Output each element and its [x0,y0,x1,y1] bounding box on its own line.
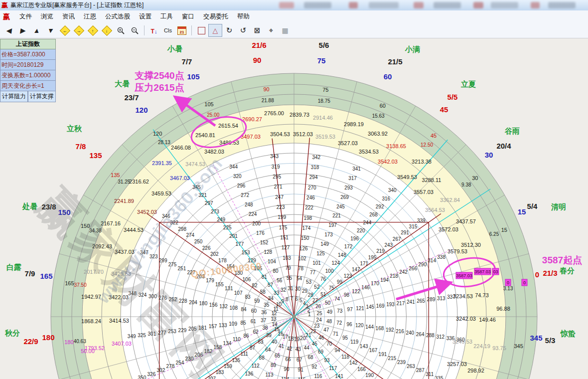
zoom-in-icon[interactable] [114,24,128,37]
wheel-number: 39 [266,333,272,338]
titlebar-blur-item [349,2,358,8]
nav-left-icon[interactable]: ◀ [2,24,16,37]
wheel-outer-label: 23/7 [124,93,139,102]
wheel-number: 102 [298,256,306,261]
limit-arrow-icon[interactable]: T↓ [147,24,161,37]
wheel-number: 193 [386,302,395,307]
wheel-number: 289 [427,297,436,302]
wheel-number: 124 [331,260,340,266]
wheel-outer-label: 105 [187,72,199,81]
triangle-tool-icon[interactable]: △ [208,24,222,37]
wheel-number: 299 [159,258,167,263]
wheel-number: 239 [397,360,406,365]
wheel-number: 296 [237,183,246,189]
rotate-cw-icon[interactable]: ↻ [222,24,236,37]
wheel-number: 170 [371,281,379,286]
nav-right-icon[interactable]: ▶ [16,24,30,37]
wheel-number: 45 [312,341,318,347]
wheel-number: 3407.03 [112,341,132,347]
wheel-number: 3564.53 [425,207,445,213]
wheel-number: 196 [350,236,359,241]
wheel-number: 143 [360,344,368,349]
wheel-number: 249 [217,217,226,222]
wheel-outer-label: 5/3 [545,336,556,345]
menu-item-5[interactable]: 设置 [135,11,156,22]
wheel-number: 79 [286,265,292,271]
wheel-number: 3414.53 [109,318,129,324]
wheel-number: 198 [303,215,312,221]
wheel-number: 88 [259,355,265,361]
nav-down-icon[interactable]: ▼ [44,24,58,37]
square-tool-icon[interactable] [194,24,208,37]
wheel-number: 224.19 [473,343,490,349]
quote-row-1: 时间=20180129 [0,60,56,70]
wheel-number: 36 [261,310,267,315]
calendar-icon[interactable]: 21 [175,24,189,37]
wheel-number: 2540.81 [195,132,215,138]
wheel-number: 97 [347,307,353,312]
quote-row-3: 周天变化步长=1 [0,81,56,91]
wheel-number: 3549.53 [397,174,417,180]
wheel-number: 345 [514,343,523,349]
wheel-number: 94 [334,348,340,353]
wheel-number: 3579.53 [447,248,467,254]
calc-resistance-button[interactable]: 计算阻力 [0,91,28,102]
menu-item-3[interactable]: 江恩 [79,11,101,22]
menu-item-7[interactable]: 窗口 [177,11,199,22]
center-target-icon[interactable]: ⌖ [264,24,278,37]
calc-support-button[interactable]: 计算支撑 [28,91,56,102]
wheel-number: 153 [242,250,250,255]
wheel-number: 312 [436,334,444,340]
wheel-number: 131 [225,286,233,291]
wheel-number: 55 [287,275,293,281]
diamond-down-icon[interactable]: ↓ [100,24,114,37]
wheel-number: 313 [437,296,445,301]
menu-item-1[interactable]: 浏览 [36,11,58,22]
wheel-number: 46 [318,335,324,341]
wheel-number: 86 [243,333,249,339]
menu-item-2[interactable]: 资讯 [58,11,79,22]
wheel-number: 61 [251,319,257,324]
wheel-outer-label: 135 [89,151,102,160]
nav-up-icon[interactable]: ▲ [30,24,44,37]
wheel-number: 141 [335,374,343,379]
wheel-number: 225 [223,225,232,230]
box-x-icon[interactable]: ⊠ [250,24,264,37]
gann-wheel[interactable]: 1530456075901051201351501651801952102252… [0,0,588,379]
wheel-number: 3 [305,304,308,309]
diamond-up-icon[interactable]: ↑ [86,24,100,37]
solar-term-label: 春分 [559,266,575,275]
app-logo-icon: 赢 [1,1,8,10]
menu-item-0[interactable]: 文件 [15,11,36,22]
menu-item-6[interactable]: 工具 [156,11,177,22]
wheel-number: 15 [501,227,507,233]
diamond-right-icon[interactable]: → [72,24,86,37]
zoom-out-icon[interactable] [128,24,142,37]
menu-item-4[interactable]: 公式选股 [101,11,135,22]
wheel-outer-label: 30 [485,151,493,159]
wheel-number: 288 [426,333,435,338]
wheel-number: 3519.53 [315,134,335,140]
highlight-box-label: 0 [523,280,526,285]
titlebar-blur-item [279,2,294,8]
cls-icon[interactable]: Cls [161,24,175,37]
wheel-number: 122 [352,289,360,294]
wheel-number: 101 [312,260,321,266]
wheel-number: 50 [325,300,331,306]
wheel-number: 65 [275,353,281,359]
wheel-number: 219 [376,248,385,254]
highlight-box-label: 3587.03 [456,273,472,278]
menu-item-8[interactable]: 交易委托 [199,11,233,22]
wheel-number: 31.25 [118,179,130,185]
wheel-number: 120 [355,323,364,328]
wheel-number: 133 [219,323,227,328]
menu-item-9[interactable]: 帮助 [233,11,254,22]
board-icon[interactable]: ▦ [278,24,292,37]
diamond-left-icon[interactable]: ← [58,24,72,37]
wheel-number: 3288.11 [422,177,441,183]
wheel-outer-label: 120 [135,106,147,114]
wheel-number: 103 [283,255,291,261]
wheel-number: 4 [303,301,306,306]
rotate-ccw-icon[interactable]: ↺ [236,24,250,37]
wheel-number: 148 [338,252,346,258]
